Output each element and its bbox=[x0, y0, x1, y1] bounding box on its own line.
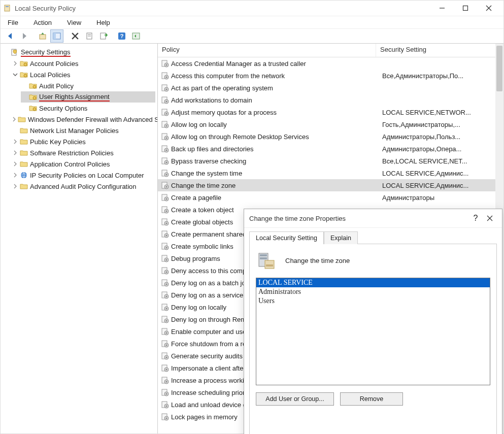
tree-item[interactable]: Windows Defender Firewall with Advanced … bbox=[12, 114, 155, 125]
users-listbox[interactable]: LOCAL SERVICEAdministratorsUsers bbox=[256, 278, 490, 385]
policy-item-icon bbox=[161, 242, 169, 250]
back-button[interactable] bbox=[4, 29, 17, 43]
dialog-close-button[interactable] bbox=[483, 211, 497, 225]
menu-help[interactable]: Help bbox=[94, 18, 112, 27]
forward-button[interactable] bbox=[18, 29, 31, 43]
policy-item-icon bbox=[161, 327, 169, 336]
scrollbar-thumb[interactable] bbox=[496, 46, 502, 91]
users-list-option[interactable]: Users bbox=[256, 296, 490, 306]
add-user-or-group-button[interactable]: Add User or Group... bbox=[256, 392, 334, 406]
list-row[interactable]: Bypass traverse checkingВсе,LOCAL SERVIC… bbox=[158, 155, 503, 167]
title-bar: Local Security Policy bbox=[1, 1, 503, 16]
policy-item-icon bbox=[161, 315, 169, 323]
delete-button[interactable] bbox=[69, 29, 82, 43]
policy-item-icon bbox=[161, 96, 169, 104]
tree-item[interactable]: Account Policies bbox=[12, 58, 155, 69]
list-row[interactable]: Allow log on locallyГость,Администраторы… bbox=[158, 118, 503, 130]
menu-action[interactable]: Action bbox=[31, 18, 54, 27]
tab-explain[interactable]: Explain bbox=[324, 231, 358, 244]
ipsec-icon bbox=[20, 171, 28, 179]
show-hide-tree-button[interactable] bbox=[50, 29, 63, 43]
policy-item-icon bbox=[161, 120, 169, 128]
svg-point-31 bbox=[166, 77, 167, 78]
dialog-help-button[interactable]: ? bbox=[468, 211, 483, 225]
svg-point-103 bbox=[166, 369, 167, 371]
users-list-option[interactable]: LOCAL SERVICE bbox=[256, 278, 490, 287]
security-setting-value: Администраторы,Польз... bbox=[378, 133, 503, 141]
policy-item-icon bbox=[161, 400, 169, 409]
menu-view[interactable]: View bbox=[65, 18, 83, 27]
chevron-down-icon[interactable] bbox=[12, 71, 19, 78]
tree-item[interactable]: Security Options bbox=[21, 103, 155, 114]
tree-item[interactable]: Security Settings bbox=[3, 47, 155, 58]
policy-item-icon bbox=[161, 413, 169, 421]
menu-bar: File Action View Help bbox=[1, 16, 503, 29]
policy-item-icon bbox=[161, 132, 169, 141]
list-row[interactable]: Access this computer from the networkВсе… bbox=[158, 70, 503, 82]
tree-item[interactable]: Software Restriction Policies bbox=[12, 147, 155, 158]
list-row[interactable]: Allow log on through Remote Desktop Serv… bbox=[158, 130, 503, 143]
svg-point-37 bbox=[166, 101, 167, 103]
chevron-right-icon[interactable] bbox=[12, 60, 19, 67]
maximize-button[interactable] bbox=[454, 1, 477, 16]
tree-item[interactable]: Public Key Policies bbox=[12, 136, 155, 147]
remove-button[interactable]: Remove bbox=[340, 392, 403, 406]
svg-point-67 bbox=[166, 223, 167, 224]
list-row[interactable]: Change the system timeLOCAL SERVICE,Адми… bbox=[158, 167, 503, 179]
tree-item[interactable]: Local Policies bbox=[12, 69, 155, 80]
tree-item-label: Security Settings bbox=[21, 48, 71, 57]
security-setting-value: Все,Администраторы,По... bbox=[378, 72, 503, 80]
properties-button[interactable] bbox=[83, 29, 96, 43]
svg-point-40 bbox=[166, 113, 167, 115]
close-button[interactable] bbox=[477, 1, 500, 16]
folder-icon bbox=[20, 149, 28, 157]
chevron-right-icon[interactable] bbox=[12, 160, 19, 168]
tree-item[interactable]: IP Security Policies on Local Computer bbox=[12, 170, 155, 181]
policy-name: Access this computer from the network bbox=[171, 72, 378, 80]
chevron-right-icon[interactable] bbox=[12, 183, 19, 190]
users-list-option[interactable]: Administrators bbox=[256, 287, 490, 296]
svg-point-28 bbox=[166, 64, 167, 66]
svg-rect-6 bbox=[40, 35, 46, 39]
svg-point-58 bbox=[166, 186, 167, 188]
svg-point-55 bbox=[166, 174, 167, 176]
svg-point-82 bbox=[166, 284, 167, 285]
svg-point-79 bbox=[166, 272, 167, 273]
tree-item[interactable]: Audit Policy bbox=[21, 80, 155, 91]
chevron-right-icon[interactable] bbox=[12, 138, 19, 145]
tree-item-label: User Rights Assignment bbox=[39, 93, 110, 102]
list-row[interactable]: Access Credential Manager as a trusted c… bbox=[158, 57, 503, 70]
security-setting-value: LOCAL SERVICE,Админис... bbox=[378, 182, 503, 189]
help-button[interactable]: ? bbox=[115, 29, 128, 43]
refresh-button[interactable] bbox=[129, 29, 143, 43]
folder-icon bbox=[20, 182, 28, 190]
minimize-button[interactable] bbox=[430, 1, 454, 16]
svg-point-76 bbox=[166, 259, 167, 261]
policy-item-icon bbox=[161, 266, 169, 275]
column-policy[interactable]: Policy bbox=[158, 44, 376, 57]
chevron-right-icon[interactable] bbox=[12, 149, 19, 156]
tree-pane[interactable]: Security SettingsAccount PoliciesLocal P… bbox=[1, 44, 158, 433]
up-button[interactable] bbox=[36, 29, 49, 43]
export-button[interactable] bbox=[97, 29, 110, 43]
menu-file[interactable]: File bbox=[6, 18, 20, 27]
server-icon bbox=[256, 250, 276, 271]
list-row[interactable]: Add workstations to domain bbox=[158, 94, 503, 106]
list-row[interactable]: Adjust memory quotas for a processLOCAL … bbox=[158, 106, 503, 118]
svg-point-112 bbox=[166, 406, 167, 407]
tree-item[interactable]: Application Control Policies bbox=[12, 158, 155, 170]
chevron-right-icon[interactable] bbox=[12, 116, 17, 123]
tree-item[interactable]: Network List Manager Policies bbox=[12, 125, 155, 136]
tree-item[interactable]: Advanced Audit Policy Configuration bbox=[12, 181, 155, 192]
list-row[interactable]: Change the time zoneLOCAL SERVICE,Админи… bbox=[158, 179, 503, 191]
security-setting-value: Все,LOCAL SERVICE,NET... bbox=[378, 157, 503, 165]
policy-name: Act as part of the operating system bbox=[171, 84, 378, 92]
list-row[interactable]: Create a pagefileАдминистраторы bbox=[158, 191, 503, 204]
column-security-setting[interactable]: Security Setting bbox=[376, 44, 503, 57]
tab-local-security-setting[interactable]: Local Security Setting bbox=[249, 231, 324, 244]
tree-item[interactable]: User Rights Assignment bbox=[21, 91, 155, 103]
chevron-right-icon[interactable] bbox=[12, 172, 19, 179]
tree-item-label: Windows Defender Firewall with Advanced … bbox=[28, 116, 158, 123]
list-row[interactable]: Back up files and directoriesАдминистрат… bbox=[158, 143, 503, 155]
list-row[interactable]: Act as part of the operating system bbox=[158, 82, 503, 94]
